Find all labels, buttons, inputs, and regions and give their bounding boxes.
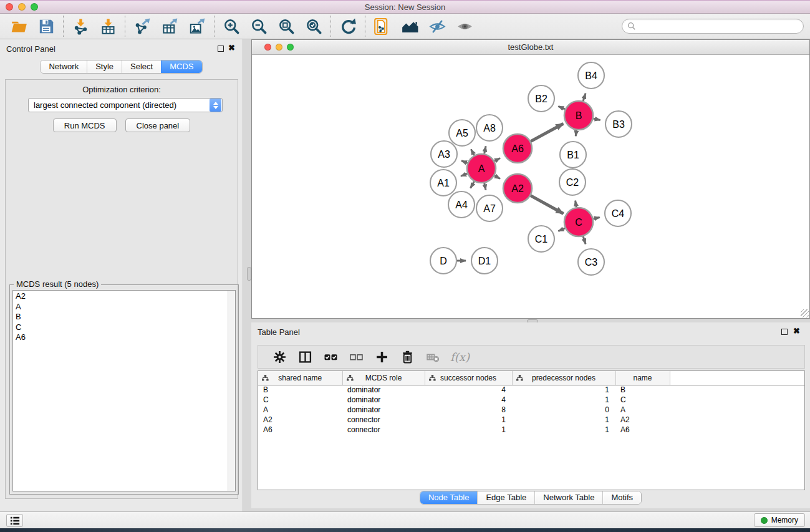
- open-file-icon[interactable]: [5, 15, 32, 37]
- table-row[interactable]: Bdominator41B: [258, 385, 804, 395]
- graph-node-label: D1: [478, 256, 491, 266]
- import-network-icon[interactable]: [67, 15, 94, 37]
- tab-mcds[interactable]: MCDS: [161, 60, 201, 73]
- table-panel-header: Table Panel ✖: [251, 322, 810, 341]
- edge-B-B2[interactable]: [558, 106, 565, 109]
- export-network-icon[interactable]: [128, 15, 156, 37]
- tab-network[interactable]: Network: [41, 60, 87, 73]
- edge-C-C1[interactable]: [558, 228, 565, 231]
- delete-table-icon[interactable]: [422, 347, 445, 366]
- column-header-predecessor-nodes[interactable]: predecessor nodes: [512, 371, 615, 385]
- column-header-successor-nodes[interactable]: successor nodes: [425, 371, 512, 385]
- edge-A-A8[interactable]: [485, 146, 486, 153]
- tab-select[interactable]: Select: [122, 60, 161, 73]
- result-list-item[interactable]: C: [16, 322, 226, 333]
- float-panel-icon[interactable]: [218, 46, 224, 52]
- edge-C-C3[interactable]: [583, 236, 586, 244]
- toolbar-separator: [214, 16, 215, 37]
- table-cell: 1: [512, 385, 615, 395]
- edge-A-A3[interactable]: [461, 161, 468, 163]
- edge-A6-B[interactable]: [531, 123, 563, 141]
- graph-node-label: A7: [483, 203, 496, 214]
- task-history-button[interactable]: [6, 514, 23, 527]
- resize-grip[interactable]: [801, 309, 809, 317]
- select-all-checkboxes-icon[interactable]: [319, 347, 342, 366]
- tab-network-table[interactable]: Network Table: [534, 491, 602, 504]
- export-table-icon[interactable]: [156, 15, 183, 37]
- table-cell-filler: [670, 415, 804, 425]
- table-cell: B: [615, 385, 670, 395]
- column-header-name[interactable]: name: [615, 371, 670, 385]
- edge-C-C2[interactable]: [576, 201, 577, 208]
- search-input[interactable]: [636, 20, 803, 32]
- table-row[interactable]: A2connector11A2: [258, 415, 804, 425]
- save-session-icon[interactable]: [32, 15, 60, 37]
- hide-details-eye-icon[interactable]: [423, 15, 451, 37]
- tab-motifs[interactable]: Motifs: [602, 491, 641, 504]
- table-row[interactable]: A6connector11A6: [258, 425, 804, 435]
- graph-node-label: C1: [535, 234, 548, 244]
- delete-rows-icon[interactable]: [396, 347, 419, 366]
- zoom-fit-icon[interactable]: [272, 15, 300, 37]
- deselect-all-checkboxes-icon[interactable]: [345, 347, 368, 366]
- edge-A-A5[interactable]: [471, 149, 474, 155]
- run-mcds-button[interactable]: Run MCDS: [53, 118, 117, 132]
- memory-button[interactable]: Memory: [754, 513, 805, 527]
- column-header-mcds-role[interactable]: MCDS role: [342, 371, 425, 385]
- add-row-icon[interactable]: [370, 347, 393, 366]
- edge-B-B1[interactable]: [576, 130, 576, 137]
- function-builder-icon[interactable]: f(x): [447, 347, 470, 366]
- result-scrollbar[interactable]: [228, 291, 235, 491]
- show-details-eye-icon[interactable]: [451, 15, 478, 37]
- table-row[interactable]: Cdominator41C: [258, 395, 804, 405]
- close-panel-button[interactable]: Close panel: [125, 118, 191, 132]
- home-networks-icon[interactable]: [396, 15, 423, 37]
- apply-layout-icon[interactable]: [334, 15, 362, 37]
- network-canvas[interactable]: B4B2BB3A8A5A6A3B1AC2A1A2A4A7C4CC1C3DD1: [252, 55, 809, 318]
- result-list-item[interactable]: A6: [16, 332, 226, 343]
- edge-A-A6[interactable]: [494, 158, 500, 161]
- edge-B-B4[interactable]: [583, 94, 586, 101]
- criterion-dropdown[interactable]: largest connected component (directed): [28, 98, 223, 112]
- edge-A-A7[interactable]: [485, 183, 486, 190]
- close-panel-icon[interactable]: ✖: [228, 44, 235, 52]
- zoom-in-icon[interactable]: [218, 15, 245, 37]
- table-cell: 0: [512, 405, 615, 415]
- float-table-panel-icon[interactable]: [781, 329, 788, 335]
- edge-A2-C[interactable]: [531, 196, 563, 214]
- app-titlebar: Session: New Session: [0, 0, 810, 14]
- table-cell: A2: [615, 415, 670, 425]
- edge-A-A1[interactable]: [461, 173, 467, 176]
- table-cell: 8: [425, 405, 512, 415]
- graph-node-label: B3: [612, 119, 625, 130]
- tab-edge-table[interactable]: Edge Table: [477, 491, 534, 504]
- table-row[interactable]: Adominator80A: [258, 405, 804, 415]
- control-panel-header: Control Panel ✖: [0, 39, 243, 58]
- edge-A-A4[interactable]: [470, 181, 474, 188]
- close-table-panel-icon[interactable]: ✖: [793, 327, 800, 336]
- gear-icon[interactable]: [268, 347, 291, 366]
- import-table-icon[interactable]: [94, 15, 122, 37]
- result-list-item[interactable]: A: [16, 302, 226, 312]
- export-image-icon[interactable]: [183, 15, 211, 37]
- edge-A-A2[interactable]: [494, 176, 500, 179]
- edge-C-C4[interactable]: [593, 218, 599, 219]
- table-cell: connector: [342, 415, 425, 425]
- zoom-out-icon[interactable]: [245, 15, 272, 37]
- result-list-item[interactable]: A2: [16, 291, 226, 302]
- column-header-shared-name[interactable]: shared name: [258, 371, 342, 385]
- edge-B-B3[interactable]: [593, 118, 600, 120]
- zoom-selected-icon[interactable]: [300, 15, 327, 37]
- tab-style[interactable]: Style: [87, 60, 122, 73]
- columns-icon[interactable]: [294, 347, 317, 366]
- table-cell: 1: [425, 415, 512, 425]
- column-type-icon: [516, 375, 523, 381]
- tab-node-table[interactable]: Node Table: [420, 491, 478, 504]
- criterion-dropdown-value: largest connected component (directed): [29, 100, 210, 110]
- result-list-item[interactable]: B: [16, 312, 226, 322]
- table-cell: A6: [615, 425, 670, 435]
- column-type-icon: [262, 375, 269, 381]
- splitter-grip-vertical[interactable]: [247, 267, 251, 281]
- graph-node-label: A4: [455, 200, 468, 210]
- network-document-icon[interactable]: [369, 15, 396, 37]
